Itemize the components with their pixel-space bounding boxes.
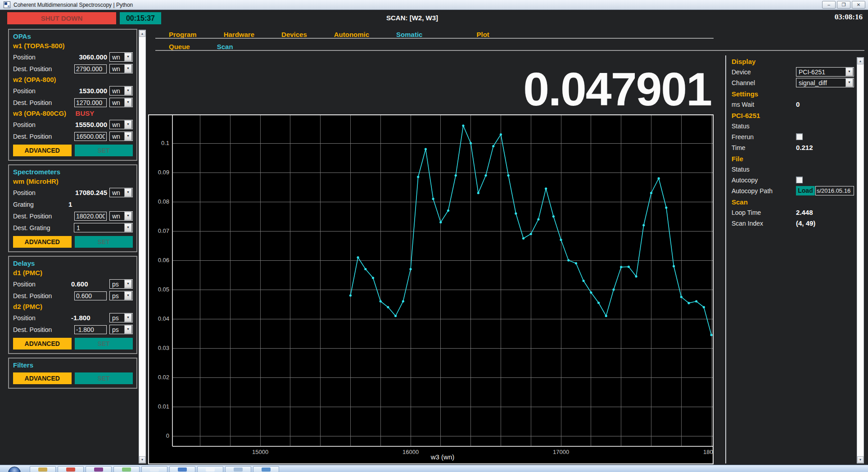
chevron-down-icon[interactable]: ▼ — [124, 291, 132, 300]
chevron-down-icon[interactable]: ▼ — [124, 188, 132, 197]
scroll-up-icon[interactable]: ▲ — [857, 58, 863, 64]
svg-text:15000: 15000 — [252, 449, 268, 455]
dest-position-label: Dest. Position — [13, 292, 74, 300]
chevron-down-icon[interactable]: ▼ — [124, 212, 132, 220]
svg-text:0.03: 0.03 — [158, 345, 169, 351]
taskbar-app-button[interactable] — [253, 466, 279, 472]
taskbar-app-button[interactable] — [225, 466, 251, 472]
tab-program[interactable]: Program — [155, 31, 210, 38]
taskbar-app-icon — [94, 467, 103, 472]
signal-readout: 0.047901 — [523, 66, 711, 113]
d2-position-units-combo[interactable]: ps ▼ — [109, 313, 133, 322]
w3-position-units-combo[interactable]: wn ▼ — [109, 120, 133, 129]
scroll-down-icon[interactable]: ▼ — [139, 456, 145, 463]
w2-position-units-combo[interactable]: wn ▼ — [109, 86, 133, 95]
chevron-down-icon[interactable]: ▼ — [124, 132, 132, 141]
w1-dest-input[interactable] — [74, 64, 107, 73]
spectrometers-set-button[interactable]: SET — [75, 236, 133, 248]
chevron-down-icon[interactable]: ▼ — [124, 223, 132, 232]
w3-dest-input[interactable] — [74, 132, 107, 141]
tab-somatic[interactable]: Somatic — [383, 31, 436, 38]
d1-position-units-combo[interactable]: ps ▼ — [109, 279, 133, 289]
autocopy-checkbox[interactable] — [796, 177, 803, 183]
freerun-checkbox[interactable] — [796, 133, 803, 140]
taskbar-app-button[interactable] — [58, 466, 84, 472]
w1-title: w1 (TOPAS-800) — [13, 41, 133, 51]
chevron-down-icon[interactable]: ▼ — [124, 64, 132, 73]
tab-devices[interactable]: Devices — [268, 31, 321, 38]
taskbar-app-button[interactable] — [86, 466, 112, 472]
w3-dest-units-combo[interactable]: wn ▼ — [109, 132, 133, 141]
tab-hardware[interactable]: Hardware — [210, 31, 268, 38]
tab-autonomic[interactable]: Autonomic — [321, 31, 383, 38]
w2-dest-input[interactable] — [74, 98, 107, 107]
delays-set-button[interactable]: SET — [75, 338, 133, 349]
wm-position-units-combo[interactable]: wn ▼ — [109, 188, 133, 197]
d2-dest-input[interactable] — [74, 325, 107, 334]
load-button[interactable]: Load — [796, 186, 815, 195]
chevron-down-icon[interactable]: ▼ — [124, 53, 132, 61]
wm-dest-input[interactable] — [74, 212, 107, 221]
delays-title: Delays — [13, 259, 133, 268]
spectrometers-advanced-button[interactable]: ADVANCED — [13, 236, 72, 248]
autocopy-path-field[interactable]: s/2016.05.16 — [815, 186, 854, 195]
chevron-down-icon[interactable]: ▼ — [845, 68, 853, 76]
position-label: Position — [13, 189, 71, 196]
chevron-down-icon[interactable]: ▼ — [124, 313, 132, 322]
window-app-icon — [4, 1, 10, 8]
restore-button[interactable]: ❐ — [837, 1, 850, 9]
taskbar-app-button[interactable] — [169, 466, 195, 472]
chevron-down-icon[interactable]: ▼ — [124, 280, 132, 288]
filters-set-button[interactable]: SET — [75, 372, 133, 384]
device-combo[interactable]: PCI-6251 ▼ — [796, 67, 854, 77]
tab-scan[interactable]: Scan — [203, 43, 247, 50]
spectrometers-group: Spectrometers wm (MicroHR) Position 1708… — [8, 164, 137, 252]
desktop: { "window": { "title": "Coherent Multidi… — [0, 0, 868, 472]
taskbar-app-icon — [206, 467, 215, 472]
taskbar-app-button[interactable] — [113, 466, 140, 472]
opas-set-button[interactable]: SET — [75, 145, 133, 156]
taskbar-app-button[interactable] — [141, 466, 167, 472]
w1-position-value: 3060.000 — [71, 53, 109, 61]
w1-dest-units-combo[interactable]: wn ▼ — [109, 64, 133, 73]
tab-queue[interactable]: Queue — [155, 43, 203, 50]
d2-dest-units-combo[interactable]: ps ▼ — [109, 325, 133, 334]
opas-advanced-button[interactable]: ADVANCED — [13, 145, 72, 156]
shutdown-button[interactable]: SHUT DOWN — [7, 12, 116, 24]
d1-dest-units-combo[interactable]: ps ▼ — [109, 291, 133, 300]
svg-text:0.04: 0.04 — [158, 315, 169, 322]
chevron-down-icon[interactable]: ▼ — [124, 86, 132, 95]
windows-taskbar[interactable] — [0, 465, 868, 472]
chevron-down-icon[interactable]: ▼ — [124, 98, 132, 107]
scroll-down-icon[interactable]: ▼ — [857, 456, 863, 463]
right-panel-scrollbar[interactable]: ▲ ▼ — [857, 57, 864, 463]
filters-advanced-button[interactable]: ADVANCED — [13, 372, 72, 384]
taskbar-app-icon — [38, 467, 47, 472]
grating-label: Grating — [13, 201, 68, 208]
status-label: Status — [732, 166, 796, 173]
scroll-up-icon[interactable]: ▲ — [139, 30, 145, 37]
taskbar-app-button[interactable] — [197, 466, 223, 472]
d1-dest-input[interactable] — [74, 291, 107, 300]
start-button[interactable] — [8, 467, 21, 472]
w2-dest-units-combo[interactable]: wn ▼ — [109, 98, 133, 107]
w1-position-units-combo[interactable]: wn ▼ — [109, 52, 133, 62]
taskbar-app-icon — [262, 467, 271, 472]
close-button[interactable]: ✕ — [852, 1, 865, 9]
svg-text:w3 (wn): w3 (wn) — [430, 453, 455, 461]
taskbar-app-button[interactable] — [30, 466, 56, 472]
wm-dest-units-combo[interactable]: wn ▼ — [109, 211, 133, 221]
signal-vs-w3-chart: 00.010.020.030.040.050.060.070.080.090.1… — [149, 115, 713, 463]
channel-combo[interactable]: signal_diff ▼ — [796, 78, 854, 87]
wm-dest-grating-combo[interactable]: 1 ▼ — [74, 223, 133, 232]
chevron-down-icon[interactable]: ▼ — [124, 120, 132, 129]
minimize-button[interactable]: – — [822, 1, 836, 9]
opas-group: OPAs w1 (TOPAS-800) Position 3060.000 wn… — [8, 29, 137, 161]
central-scrollbar[interactable]: ▲ ▼ — [139, 30, 146, 463]
chevron-down-icon[interactable]: ▼ — [845, 78, 853, 87]
tab-plot[interactable]: Plot — [463, 31, 502, 38]
delays-advanced-button[interactable]: ADVANCED — [13, 338, 72, 349]
time-row: Time 0.212 — [732, 142, 854, 153]
dest-position-label: Dest. Position — [13, 99, 74, 106]
chevron-down-icon[interactable]: ▼ — [124, 325, 132, 334]
